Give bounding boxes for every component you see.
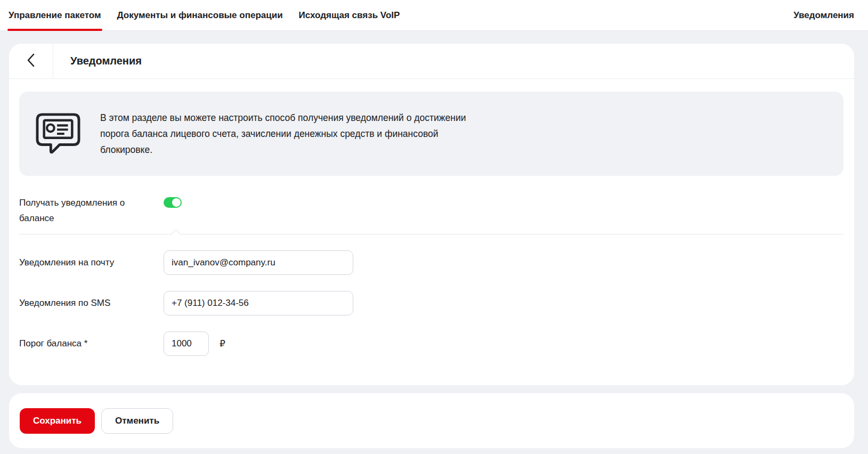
tab-package-management[interactable]: Управление пакетом (9, 0, 101, 30)
email-field-label: Уведомления на почту (19, 257, 164, 268)
page-title: Уведомления (53, 44, 142, 78)
email-field-row: Уведомления на почту (19, 250, 843, 275)
sms-input[interactable] (164, 291, 353, 315)
nav-current-section-label: Уведомления (793, 0, 854, 30)
cancel-button[interactable]: Отменить (101, 408, 173, 434)
actions-bar: Сохранить Отменить (9, 393, 854, 448)
tab-documents-finance[interactable]: Документы и финансовые операции (117, 0, 283, 30)
threshold-field-label: Порог баланса * (19, 338, 164, 349)
ruble-sign: ₽ (220, 338, 225, 350)
info-banner-text: В этом разделе вы можете настроить спосо… (100, 110, 478, 158)
email-input[interactable] (164, 250, 353, 275)
sms-field-label: Уведомления по SMS (19, 298, 164, 309)
sms-field-row: Уведомления по SMS (19, 291, 843, 315)
balance-notifications-toggle[interactable] (164, 197, 182, 208)
info-banner: В этом разделе вы можете настроить спосо… (19, 92, 843, 176)
divider-notch (172, 229, 181, 238)
card-header: Уведомления (9, 44, 854, 79)
nav-tabs: Управление пакетом Документы и финансовы… (9, 0, 400, 30)
section-divider (19, 234, 843, 234)
threshold-input[interactable] (164, 331, 209, 356)
tab-outgoing-voip[interactable]: Исходящая связь VoIP (299, 0, 400, 30)
back-button[interactable] (9, 44, 53, 78)
message-bubble-icon (35, 112, 81, 155)
threshold-field-row: Порог баланса * ₽ (19, 331, 843, 356)
card-body: В этом разделе вы можете настроить спосо… (9, 79, 854, 385)
top-navigation: Управление пакетом Документы и финансовы… (0, 0, 868, 31)
chevron-left-icon (25, 52, 37, 70)
toggle-knob (172, 198, 181, 207)
balance-toggle-label: Получать уведомления о балансе (19, 195, 164, 226)
page-content: Уведомления В этом разделе вы можете нас… (0, 31, 868, 454)
notifications-card: Уведомления В этом разделе вы можете нас… (9, 44, 854, 385)
balance-toggle-row: Получать уведомления о балансе (19, 195, 843, 226)
save-button[interactable]: Сохранить (20, 408, 95, 434)
